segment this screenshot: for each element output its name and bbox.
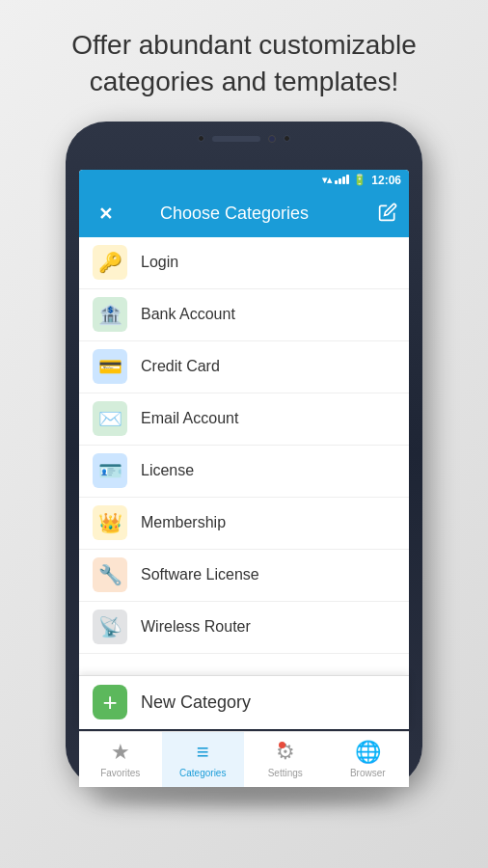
nav-item-favorites[interactable]: ★ Favorites	[79, 732, 162, 787]
phone-mockup: ▾▴ 🔋 12:06	[66, 122, 422, 797]
tagline-text: Offer abundant customizable categories a…	[0, 0, 488, 118]
category-item-credit[interactable]: 💳 Credit Card	[79, 341, 409, 393]
category-item-software[interactable]: 🔧 Software License	[79, 550, 409, 602]
nav-label-browser: Browser	[350, 768, 386, 778]
svg-rect-2	[342, 176, 345, 184]
signal-icon	[335, 175, 350, 186]
nav-label-favorites: Favorites	[100, 768, 140, 778]
category-icon-license: 🪪	[93, 453, 127, 488]
category-label-login: Login	[141, 254, 178, 271]
category-icon-software: 🔧	[93, 557, 127, 592]
category-icon-membership: 👑	[93, 505, 127, 540]
new-category-bar[interactable]: + New Category	[79, 675, 409, 729]
phone-shadow	[95, 787, 393, 806]
nav-icon-categories: ≡	[197, 740, 209, 764]
close-button[interactable]: ✕	[91, 203, 120, 225]
sensor-dot	[268, 135, 276, 143]
page-background: Offer abundant customizable categories a…	[0, 0, 488, 868]
header-bar: ✕ Choose Categories	[79, 191, 409, 237]
phone-screen: ▾▴ 🔋 12:06	[79, 170, 409, 729]
speaker-slot	[212, 136, 260, 142]
nav-item-categories[interactable]: ≡ Categories	[162, 732, 245, 787]
category-item-login[interactable]: 🔑 Login	[79, 237, 409, 289]
category-label-credit: Credit Card	[141, 358, 220, 375]
battery-icon: 🔋	[353, 174, 366, 186]
sensor-dot2	[284, 135, 290, 142]
nav-icon-favorites: ★	[111, 740, 130, 764]
status-bar-right: ▾▴ 🔋 12:06	[322, 174, 401, 187]
camera-dot	[198, 135, 204, 142]
phone-top-area	[198, 135, 290, 143]
category-label-membership: Membership	[141, 514, 226, 531]
new-category-plus-icon: +	[93, 685, 127, 719]
svg-rect-0	[335, 180, 338, 184]
category-label-bank: Bank Account	[141, 306, 235, 323]
new-category-label: New Category	[141, 692, 251, 713]
nav-label-categories: Categories	[179, 768, 226, 778]
wifi-icon: ▾▴	[322, 175, 332, 185]
category-list: 🔑 Login 🏦 Bank Account 💳 Credit Card ✉️ …	[79, 237, 409, 729]
phone-shell: ▾▴ 🔋 12:06	[66, 122, 422, 787]
category-item-wireless[interactable]: 📡 Wireless Router	[79, 602, 409, 654]
nav-icon-browser: 🌐	[355, 740, 381, 764]
svg-rect-3	[346, 175, 349, 184]
category-icon-credit: 💳	[93, 349, 127, 384]
edit-button[interactable]	[378, 203, 397, 226]
category-label-license: License	[141, 462, 194, 479]
time-display: 12:06	[371, 174, 401, 187]
category-icon-login: 🔑	[93, 245, 127, 280]
category-item-bank[interactable]: 🏦 Bank Account	[79, 289, 409, 341]
category-icon-bank: 🏦	[93, 297, 127, 332]
status-bar: ▾▴ 🔋 12:06	[79, 170, 409, 191]
category-item-email[interactable]: ✉️ Email Account	[79, 393, 409, 446]
header-title: Choose Categories	[120, 203, 349, 224]
svg-rect-1	[339, 178, 341, 184]
category-label-wireless: Wireless Router	[141, 618, 251, 636]
nav-label-settings: Settings	[268, 768, 303, 778]
category-icon-email: ✉️	[93, 401, 127, 436]
category-item-membership[interactable]: 👑 Membership	[79, 498, 409, 550]
nav-item-browser[interactable]: 🌐 Browser	[327, 732, 410, 787]
category-icon-wireless: 📡	[93, 610, 127, 644]
bottom-nav: ★ Favorites ≡ Categories ⚙ Settings 🌐 Br…	[79, 731, 409, 787]
category-item-license[interactable]: 🪪 License	[79, 446, 409, 498]
nav-item-settings[interactable]: ⚙ Settings	[244, 732, 327, 787]
category-label-software: Software License	[141, 566, 259, 583]
category-label-email: Email Account	[141, 410, 238, 427]
